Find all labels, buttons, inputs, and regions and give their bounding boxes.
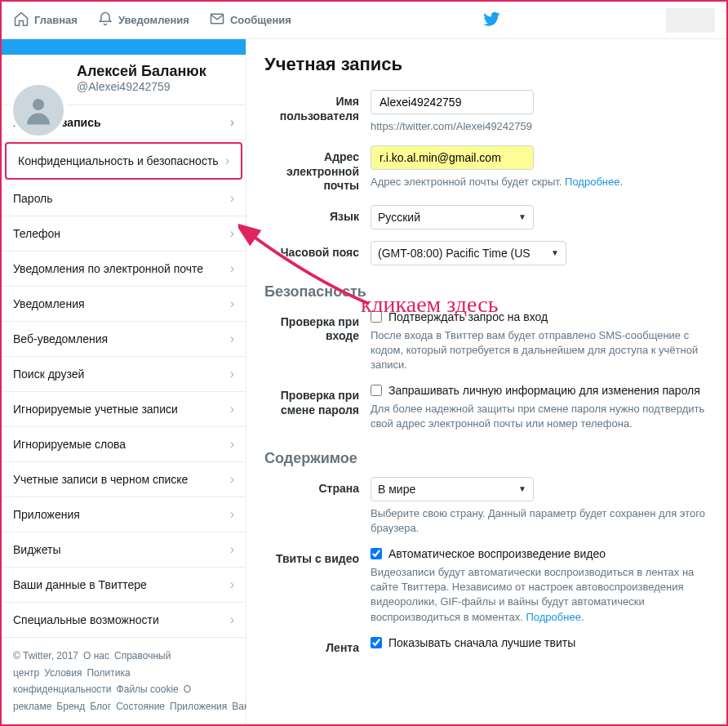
email-hint: Адрес электронной почты будет скрыт. Под… [371, 175, 708, 189]
email-learn-more-link[interactable]: Подробнее [565, 176, 619, 188]
sidebar-item-label: Телефон [13, 227, 60, 240]
app-frame: Главная Уведомления Сообщения Алексей Ба… [0, 0, 728, 726]
chevron-right-icon: › [225, 154, 229, 168]
username-url: https://twitter.com/Alexei49242759 [371, 119, 708, 134]
pw-change-hint: Для более надежной защиты при смене паро… [371, 402, 708, 431]
nav-home-label: Главная [34, 14, 78, 26]
pw-change-checkbox-row[interactable]: Запрашивать личную информацию для измене… [371, 384, 708, 397]
country-select[interactable]: В мире▼ [371, 477, 534, 501]
login-verify-hint: После входа в Твиттер вам будет отправле… [371, 328, 708, 373]
pw-change-checkbox[interactable] [371, 385, 382, 396]
timezone-select[interactable]: (GMT-08:00) Pacific Time (US▼ [371, 241, 566, 265]
label-email: Адрес электронной почты [264, 145, 371, 194]
sidebar-item-1[interactable]: Конфиденциальность и безопасность› [5, 142, 242, 180]
video-autoplay-row[interactable]: Автоматическое воспроизведение видео [371, 547, 708, 560]
sidebar-item-label: Веб-уведомления [13, 332, 108, 345]
chevron-right-icon: › [230, 296, 234, 311]
label-feed: Лента [264, 636, 371, 656]
footer-links: © Twitter, 2017О насСправочный центрУсло… [2, 638, 246, 724]
sidebar-item-2[interactable]: Пароль› [2, 181, 246, 216]
video-autoplay-checkbox[interactable] [371, 548, 382, 559]
label-pw-change: Проверка при смене пароля [264, 384, 371, 417]
sidebar-item-14[interactable]: Специальные возможности› [2, 603, 246, 638]
footer-link[interactable]: Приложения [170, 701, 227, 712]
chevron-down-icon: ▼ [551, 248, 559, 257]
footer-copyright: © Twitter, 2017 [13, 650, 78, 661]
sidebar-item-13[interactable]: Ваши данные в Твиттере› [2, 568, 246, 603]
footer-link[interactable]: Бренд [56, 701, 85, 712]
sidebar-item-label: Игнорируемые учетные записи [13, 403, 178, 416]
sidebar-item-label: Пароль [13, 192, 53, 205]
nav-messages-label: Сообщения [230, 14, 291, 26]
chevron-right-icon: › [230, 507, 234, 522]
envelope-icon [209, 11, 225, 29]
sidebar-item-8[interactable]: Игнорируемые учетные записи› [2, 392, 246, 427]
footer-link[interactable]: Состояние [116, 701, 165, 712]
top-nav: Главная Уведомления Сообщения [2, 2, 726, 39]
sidebar-item-12[interactable]: Виджеты› [2, 532, 246, 568]
label-timezone: Часовой пояс [264, 241, 371, 261]
chevron-down-icon: ▼ [518, 484, 526, 493]
label-language: Язык [264, 205, 371, 225]
sidebar-item-label: Поиск друзей [13, 367, 84, 381]
sidebar-item-11[interactable]: Приложения› [2, 497, 246, 532]
home-icon [13, 11, 29, 29]
nav-messages[interactable]: Сообщения [209, 11, 291, 29]
sidebar-item-6[interactable]: Веб-уведомления› [2, 322, 246, 357]
avatar[interactable] [10, 82, 67, 139]
username: @Alexei49242759 [77, 80, 234, 93]
sidebar-item-3[interactable]: Телефон› [2, 216, 246, 252]
sidebar-item-10[interactable]: Учетные записи в черном списке› [2, 462, 246, 497]
sidebar-item-label: Конфиденциальность и безопасность [18, 154, 219, 167]
twitter-logo-icon [482, 10, 500, 30]
page-title: Учетная запись [264, 54, 708, 75]
sidebar-item-5[interactable]: Уведомления› [2, 287, 246, 322]
chevron-down-icon: ▼ [518, 212, 526, 221]
sidebar-item-label: Уведомления по электронной почте [13, 262, 203, 275]
chevron-right-icon: › [230, 332, 234, 346]
chevron-right-icon: › [230, 191, 234, 206]
chevron-right-icon: › [230, 472, 234, 487]
label-login-verify: Проверка при входе [264, 310, 371, 344]
annotation-text: кликаем здесь [361, 292, 498, 318]
sidebar-item-4[interactable]: Уведомления по электронной почте› [2, 252, 246, 287]
sidebar-item-label: Приложения [13, 508, 80, 521]
svg-point-1 [33, 99, 44, 110]
label-country: Страна [264, 477, 371, 497]
footer-link[interactable]: Файлы cookie [117, 684, 179, 695]
header-avatar[interactable] [666, 8, 715, 33]
sidebar-item-label: Учетные записи в черном списке [13, 473, 188, 486]
sidebar-item-label: Виджеты [13, 543, 61, 556]
label-video: Твиты с видео [264, 547, 371, 567]
display-name: Алексей Баланюк [77, 63, 234, 80]
feed-best-checkbox[interactable] [371, 637, 382, 648]
nav-notifications[interactable]: Уведомления [97, 11, 189, 29]
section-content: Содержимое [264, 450, 708, 467]
country-hint: Выберите свою страну. Данный параметр бу… [371, 506, 708, 536]
chevron-right-icon: › [230, 542, 234, 557]
footer-link[interactable]: Блог [90, 701, 111, 712]
sidebar-item-label: Ваши данные в Твиттере [13, 578, 147, 591]
sidebar: Алексей Баланюк @Alexei49242759 Учетная … [2, 39, 246, 724]
chevron-right-icon: › [230, 115, 234, 130]
chevron-right-icon: › [230, 402, 234, 416]
video-hint: Видеозаписи будут автоматически воспроиз… [371, 565, 708, 625]
email-input[interactable] [371, 145, 534, 170]
language-select[interactable]: Русский▼ [371, 205, 534, 229]
nav-home[interactable]: Главная [13, 11, 78, 29]
chevron-right-icon: › [230, 261, 234, 276]
label-username: Имя пользователя [264, 90, 371, 123]
footer-link[interactable]: О нас [83, 650, 109, 661]
chevron-right-icon: › [230, 367, 234, 381]
chevron-right-icon: › [230, 577, 234, 592]
sidebar-item-label: Игнорируемые слова [13, 438, 126, 451]
footer-link[interactable]: Условия [44, 667, 82, 679]
video-learn-more-link[interactable]: Подробнее [526, 611, 580, 623]
settings-menu: Учетная запись›Конфиденциальность и безо… [2, 105, 246, 638]
feed-best-row[interactable]: Показывать сначала лучшие твиты [371, 636, 708, 649]
chevron-right-icon: › [230, 612, 234, 627]
sidebar-item-7[interactable]: Поиск друзей› [2, 357, 246, 392]
username-input[interactable] [371, 90, 534, 114]
nav-notifications-label: Уведомления [118, 14, 189, 26]
sidebar-item-9[interactable]: Игнорируемые слова› [2, 427, 246, 462]
